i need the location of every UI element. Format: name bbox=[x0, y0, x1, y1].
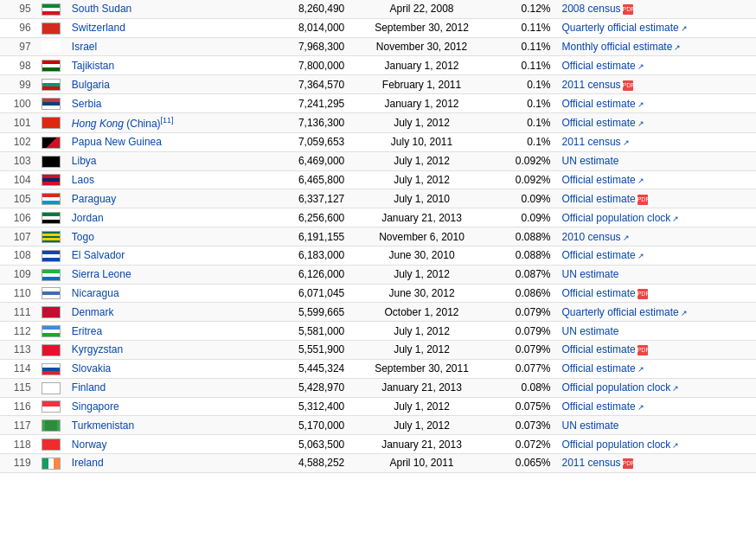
source-cell[interactable]: Official estimatePDF bbox=[555, 189, 757, 208]
source-cell[interactable]: Monthly official estimate↗ bbox=[555, 37, 757, 56]
country-link[interactable]: Papua New Guinea bbox=[72, 136, 162, 148]
source-cell[interactable]: Official population clock↗ bbox=[555, 208, 757, 227]
source-link[interactable]: 2008 census bbox=[562, 3, 621, 15]
country-cell[interactable]: Nicaragua bbox=[67, 284, 248, 303]
source-link[interactable]: Official estimate bbox=[562, 249, 636, 261]
country-link[interactable]: South Sudan bbox=[72, 3, 131, 15]
country-cell[interactable]: Libya bbox=[67, 151, 248, 170]
country-cell[interactable]: South Sudan bbox=[67, 0, 248, 18]
source-link[interactable]: Official estimate bbox=[562, 193, 636, 205]
country-link[interactable]: Finland bbox=[72, 381, 106, 394]
source-link[interactable]: Official estimate bbox=[562, 362, 636, 375]
source-cell[interactable]: Official estimate↗ bbox=[555, 397, 757, 416]
source-cell[interactable]: 2011 censusPDF bbox=[555, 75, 757, 94]
source-link[interactable]: Official population clock bbox=[562, 212, 671, 224]
percent-cell: 0.11% bbox=[495, 37, 555, 56]
country-cell[interactable]: Paraguay bbox=[67, 189, 248, 208]
country-link[interactable]: Tajikistan bbox=[72, 60, 114, 72]
country-cell[interactable]: Papua New Guinea bbox=[67, 132, 248, 151]
country-link[interactable]: Bulgaria bbox=[72, 79, 110, 91]
source-cell[interactable]: Official estimate↗ bbox=[555, 56, 757, 75]
source-cell[interactable]: Official population clock↗ bbox=[555, 435, 757, 454]
country-cell[interactable]: Norway bbox=[67, 435, 248, 454]
source-link[interactable]: Quarterly official estimate bbox=[562, 306, 679, 318]
country-cell[interactable]: Turkmenistan bbox=[67, 416, 248, 435]
source-cell[interactable]: 2011 censusPDF bbox=[555, 454, 757, 473]
country-link[interactable]: El Salvador bbox=[72, 249, 125, 261]
source-link[interactable]: 2011 census bbox=[562, 136, 621, 148]
source-cell[interactable]: Official estimatePDF bbox=[555, 341, 757, 360]
country-link[interactable]: Switzerland bbox=[72, 22, 125, 34]
country-link[interactable]: Turkmenistan bbox=[72, 419, 134, 432]
population-cell: 7,364,570 bbox=[248, 75, 349, 94]
country-cell[interactable]: Switzerland bbox=[67, 18, 248, 37]
source-link[interactable]: Official estimate bbox=[562, 343, 636, 355]
country-cell[interactable]: Eritrea bbox=[67, 322, 248, 341]
source-cell[interactable]: 2010 census↗ bbox=[555, 227, 757, 246]
country-link[interactable]: Slovakia bbox=[72, 362, 111, 375]
source-cell[interactable]: Official estimate↗ bbox=[555, 112, 757, 132]
source-link[interactable]: Quarterly official estimate bbox=[562, 22, 679, 34]
country-cell[interactable]: Hong Kong (China)[11] bbox=[67, 112, 248, 132]
country-cell[interactable]: Denmark bbox=[67, 303, 248, 322]
country-cell[interactable]: Singapore bbox=[67, 397, 248, 416]
source-link[interactable]: 2010 census bbox=[562, 231, 621, 243]
source-cell[interactable]: Quarterly official estimate↗ bbox=[555, 303, 757, 322]
percent-cell: 0.11% bbox=[495, 56, 555, 75]
country-cell[interactable]: Bulgaria bbox=[67, 75, 248, 94]
source-link[interactable]: Official estimate bbox=[562, 287, 636, 299]
country-link[interactable]: Israel bbox=[72, 41, 97, 53]
country-cell[interactable]: Kyrgyzstan bbox=[67, 341, 248, 360]
country-cell[interactable]: Ireland bbox=[67, 454, 248, 473]
country-cell[interactable]: El Salvador bbox=[67, 246, 248, 265]
source-cell[interactable]: UN estimate bbox=[555, 322, 757, 341]
source-cell[interactable]: Official estimate↗ bbox=[555, 359, 757, 378]
source-link[interactable]: Official estimate bbox=[562, 117, 636, 129]
source-link[interactable]: Official population clock bbox=[562, 439, 671, 451]
source-cell[interactable]: Quarterly official estimate↗ bbox=[555, 18, 757, 37]
country-cell[interactable]: Sierra Leone bbox=[67, 265, 248, 284]
source-cell[interactable]: Official estimate↗ bbox=[555, 94, 757, 113]
country-cell[interactable]: Serbia bbox=[67, 94, 248, 113]
country-link[interactable]: Norway bbox=[72, 439, 107, 451]
source-cell[interactable]: Official population clock↗ bbox=[555, 378, 757, 397]
country-link[interactable]: Serbia bbox=[72, 98, 102, 110]
source-link[interactable]: 2011 census bbox=[562, 457, 621, 469]
country-link[interactable]: Jordan bbox=[72, 212, 104, 224]
source-cell[interactable]: 2008 censusPDF bbox=[555, 0, 757, 18]
country-link[interactable]: Eritrea bbox=[72, 325, 102, 337]
source-link[interactable]: Official estimate bbox=[562, 98, 636, 110]
country-cell[interactable]: Jordan bbox=[67, 208, 248, 227]
country-cell[interactable]: Togo bbox=[67, 227, 248, 246]
country-link[interactable]: Denmark bbox=[72, 306, 114, 318]
country-cell[interactable]: Israel bbox=[67, 37, 248, 56]
source-link[interactable]: Official estimate bbox=[562, 400, 636, 413]
source-cell[interactable]: Official estimate↗ bbox=[555, 246, 757, 265]
source-cell[interactable]: Official estimatePDF bbox=[555, 284, 757, 303]
source-cell[interactable]: UN estimate bbox=[555, 151, 757, 170]
country-link[interactable]: Hong Kong (China) bbox=[72, 118, 161, 130]
country-link[interactable]: Togo bbox=[72, 231, 94, 243]
country-link[interactable]: Libya bbox=[72, 155, 97, 167]
source-cell[interactable]: UN estimate bbox=[555, 265, 757, 284]
source-cell[interactable]: UN estimate bbox=[555, 416, 757, 435]
country-link[interactable]: Nicaragua bbox=[72, 287, 119, 299]
source-link[interactable]: Official estimate bbox=[562, 174, 636, 186]
country-cell[interactable]: Slovakia bbox=[67, 359, 248, 378]
country-cell[interactable]: Laos bbox=[67, 170, 248, 189]
date-cell: January 1, 2012 bbox=[349, 94, 495, 113]
source-link[interactable]: Official population clock bbox=[562, 381, 671, 394]
source-cell[interactable]: 2011 census↗ bbox=[555, 132, 757, 151]
country-cell[interactable]: Tajikistan bbox=[67, 56, 248, 75]
country-link[interactable]: Paraguay bbox=[72, 193, 116, 205]
country-cell[interactable]: Finland bbox=[67, 378, 248, 397]
source-link[interactable]: 2011 census bbox=[562, 79, 621, 91]
country-link[interactable]: Laos bbox=[72, 174, 94, 186]
source-cell[interactable]: Official estimate↗ bbox=[555, 170, 757, 189]
country-link[interactable]: Singapore bbox=[72, 400, 119, 413]
country-link[interactable]: Kyrgyzstan bbox=[72, 343, 123, 355]
source-link[interactable]: Official estimate bbox=[562, 60, 636, 72]
country-link[interactable]: Sierra Leone bbox=[72, 268, 131, 280]
source-link[interactable]: Monthly official estimate bbox=[562, 41, 673, 53]
country-link[interactable]: Ireland bbox=[72, 457, 104, 469]
